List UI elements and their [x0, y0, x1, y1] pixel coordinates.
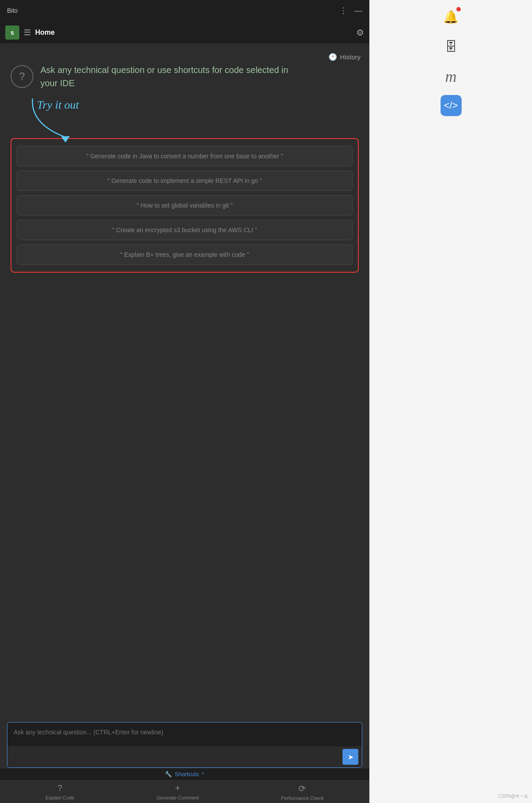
sidebar-bell-button[interactable]: 🔔 — [440, 5, 463, 28]
sidebar-code-button[interactable]: </> — [441, 95, 462, 116]
explain-code-icon: ? — [58, 783, 62, 793]
gear-icon[interactable]: ⚙ — [356, 27, 364, 38]
minimize-button[interactable]: — — [354, 6, 362, 15]
suggestions-box: " Generate code in Java to convert a num… — [11, 138, 359, 273]
watermark: CSDN@牛一头 — [499, 793, 529, 799]
explain-code-label: Explain Code — [45, 795, 74, 800]
suggestion-item-4[interactable]: " Create an encrypted s3 bucket using th… — [17, 220, 353, 240]
history-icon: 🕐 — [328, 53, 337, 61]
app-title: Bito — [7, 7, 18, 14]
history-button[interactable]: 🕐 History — [328, 53, 361, 61]
nav-bar: s ☰ Home ⚙ — [0, 21, 369, 44]
code-icon: </> — [444, 100, 458, 111]
sidebar-database-button[interactable]: 🗄 — [440, 35, 463, 58]
suggestion-item-2[interactable]: " Generate code to implement a simple RE… — [17, 171, 353, 191]
bottom-bar: 🔧 Shortcuts ^ ? Explain Code + Generate … — [0, 768, 369, 803]
chevron-up-icon: ^ — [201, 771, 204, 777]
nav-right: ⚙ — [356, 27, 364, 38]
input-area: ➤ — [0, 722, 369, 768]
question-icon: ? — [11, 65, 33, 88]
performance-check-icon: ⟳ — [299, 783, 306, 794]
title-bar: Bito ⋮ — — [0, 0, 369, 21]
chat-input[interactable] — [7, 723, 362, 746]
shortcuts-label[interactable]: 🔧 Shortcuts ^ — [165, 771, 204, 777]
generate-comment-button[interactable]: + Generate Comment — [157, 783, 199, 800]
hamburger-icon[interactable]: ☰ — [24, 28, 31, 37]
main-panel: Bito ⋮ — s ☰ Home ⚙ 🕐 History ? Ask any … — [0, 0, 369, 803]
try-label: Try it out — [37, 99, 79, 112]
avatar-button[interactable]: s — [5, 26, 19, 40]
suggestion-item-3[interactable]: " How to set global variables in git " — [17, 195, 353, 215]
m-icon: m — [445, 67, 457, 86]
bottom-actions: ? Explain Code + Generate Comment ⟳ Perf… — [0, 781, 369, 803]
sidebar-m-button[interactable]: m — [440, 65, 463, 88]
database-icon: 🗄 — [445, 40, 457, 54]
send-button[interactable]: ➤ — [343, 749, 358, 765]
shortcuts-bar: 🔧 Shortcuts ^ — [0, 768, 369, 781]
suggestion-item-5[interactable]: " Explain B+ trees, give an example with… — [17, 245, 353, 265]
suggestion-item-1[interactable]: " Generate code in Java to convert a num… — [17, 146, 353, 166]
explain-code-button[interactable]: ? Explain Code — [45, 783, 74, 800]
performance-check-label: Performance Check — [281, 796, 324, 801]
question-section: ? Ask any technical question or use shor… — [11, 63, 359, 90]
title-bar-right: ⋮ — — [339, 6, 362, 15]
bell-badge — [456, 7, 461, 11]
generate-comment-icon: + — [175, 783, 180, 793]
nav-left: s ☰ Home — [5, 26, 55, 40]
history-label: History — [340, 53, 361, 61]
shortcuts-icon: 🔧 — [165, 771, 172, 777]
bell-icon: 🔔 — [443, 10, 459, 24]
try-it-section: Try it out — [37, 99, 359, 112]
generate-comment-label: Generate Comment — [157, 795, 199, 800]
shortcuts-text: Shortcuts — [175, 771, 199, 777]
input-bottom: ➤ — [7, 746, 362, 767]
right-sidebar: 🔔 🗄 m </> CSDN@牛一头 — [369, 0, 532, 803]
title-bar-left: Bito — [7, 7, 18, 14]
home-label: Home — [35, 29, 55, 36]
input-wrapper: ➤ — [7, 722, 362, 768]
content-area: 🕐 History ? Ask any technical question o… — [0, 44, 369, 803]
question-text: Ask any technical question or use shortc… — [40, 63, 304, 90]
send-icon: ➤ — [348, 753, 353, 761]
performance-check-button[interactable]: ⟳ Performance Check — [281, 783, 324, 801]
more-button[interactable]: ⋮ — [339, 6, 347, 15]
